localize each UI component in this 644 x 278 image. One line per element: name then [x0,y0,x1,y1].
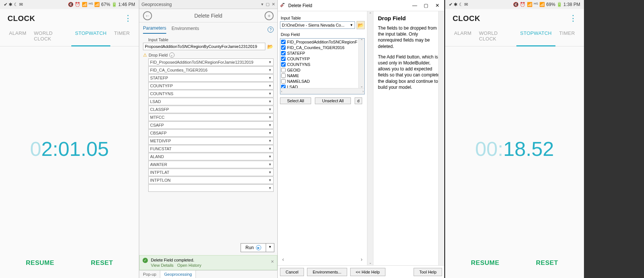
tab-world-clock[interactable]: WORLD CLOCK [475,26,516,46]
help-scrollbar[interactable] [438,11,444,265]
tab-stopwatch[interactable]: STOPWATCH [516,26,555,46]
add-field-button[interactable]: d [355,97,362,104]
tab-alarm[interactable]: ALARM [450,26,475,46]
drop-field-item[interactable]: INTPTLAT▼ [148,169,274,176]
page-nav: ‹ › [280,255,365,264]
field-checkbox-row[interactable]: NAME [281,73,364,78]
help-icon[interactable]: ? [268,27,274,33]
drop-field-item[interactable]: INTPTLON▼ [148,176,274,184]
more-options-icon[interactable]: ⋮ [124,17,131,20]
menu-dropdown-icon[interactable]: ▾ [261,2,263,7]
drop-field-item[interactable]: COUNTYNS▼ [148,90,274,97]
tool-hammer-icon [279,2,286,9]
field-checkbox[interactable] [281,85,286,88]
maximize-button[interactable]: ▢ [420,1,432,10]
tool-help-button[interactable]: Tool Help [414,268,442,276]
dialog-title: Delete Field [288,3,312,8]
field-checkbox[interactable] [281,62,286,67]
close-button[interactable]: ✕ [432,1,443,10]
cancel-button[interactable]: Cancel [280,268,304,276]
environments-button[interactable]: Environments... [307,268,347,276]
drop-field-item[interactable]: STATEFP▼ [148,74,274,82]
drop-field-list: FID_ProposedAdditionToSNCRegionForJamie1… [148,58,274,192]
reset-button[interactable]: RESET [91,259,113,267]
drop-field-label: Drop Field [149,53,168,57]
field-checkbox-row[interactable]: COUNTYFP [281,56,364,61]
bottom-tab-geoprocessing[interactable]: Geoprocessing [160,270,196,278]
drop-field-item[interactable]: CLASSFP▼ [148,106,274,113]
input-table-combo[interactable]: D:\OneDrive - Sierra Nevada Co... ▼ [280,21,355,29]
drop-field-item[interactable]: LSAD▼ [148,98,274,105]
drop-field-item[interactable]: MTFCC▼ [148,114,274,121]
tab-alarm[interactable]: ALARM [5,26,30,46]
close-status-icon[interactable]: × [271,259,274,265]
drop-field-item[interactable]: ALAND▼ [148,153,274,160]
open-history-link[interactable]: Open History [177,263,201,268]
panel-scrollbar[interactable]: ⌃⌄ [367,11,373,265]
field-checkbox-row[interactable]: FID_ProposedAdditionToSNCRegionF [281,39,364,45]
scrollbar-vertical[interactable]: ⌃⌄ [358,39,364,88]
run-button[interactable]: Run ▶ [241,243,266,252]
field-checkbox-row[interactable]: NAMELSAD [281,78,364,84]
field-checkbox-row[interactable]: COUNTYNS [281,61,364,67]
add-icon[interactable]: + [265,11,274,20]
resume-button[interactable]: RESUME [26,259,54,267]
arcgis-pro-pane: Geoprocessing ▾ ▢ ✕ ← Delete Field + Par… [139,0,278,278]
reset-button[interactable]: RESET [536,259,558,267]
minimize-button[interactable]: — [409,1,420,10]
close-pane-icon[interactable]: ✕ [272,2,275,7]
drop-field-item[interactable]: METDIVFP▼ [148,137,274,145]
resume-button[interactable]: RESUME [471,259,500,267]
tab-world-clock[interactable]: WORLD CLOCK [30,26,71,46]
run-dropdown[interactable]: ▼ [266,243,274,252]
clock-title: CLOCK [453,14,480,23]
tab-timer[interactable]: TIMER [555,26,579,46]
drop-field-item[interactable]: FID_CA_Counties_TIGER2016▼ [148,66,274,74]
tab-stopwatch[interactable]: STOPWATCH [71,26,110,46]
drop-field-checklist: FID_ProposedAdditionToSNCRegionFFID_CA_C… [280,38,365,94]
input-table-field[interactable] [143,43,265,50]
expand-icon[interactable]: ⌄ [169,52,175,58]
field-checkbox[interactable] [281,51,286,55]
field-checkbox[interactable] [281,68,286,72]
scrollbar-horizontal[interactable]: ‹› [280,88,364,94]
tab-parameters[interactable]: Parameters [143,25,166,34]
bottom-tab-popup[interactable]: Pop-up [139,271,160,278]
more-options-icon[interactable]: ⋮ [569,17,576,20]
field-checkbox[interactable] [281,73,286,78]
field-checkbox-row[interactable]: LSAD [281,84,364,88]
browse-button[interactable]: 📂 [357,21,365,29]
select-all-button[interactable]: Select All [280,97,311,104]
field-checkbox-row[interactable]: STATEFP [281,50,364,56]
view-details-link[interactable]: View Details [151,263,173,268]
unselect-all-button[interactable]: Unselect All [315,97,351,104]
drop-field-item[interactable]: FID_ProposedAdditionToSNCRegionForJamie1… [148,58,274,66]
drop-field-item[interactable]: ▼ [148,184,274,192]
field-checkbox[interactable] [281,57,286,61]
tool-toolbar: ← Delete Field + [139,9,277,22]
browse-folder-icon[interactable]: 📂 [267,43,274,49]
hide-help-button[interactable]: << Hide Help [350,268,385,276]
field-checkbox[interactable] [281,40,286,44]
field-checkbox[interactable] [281,79,286,84]
prev-page-icon[interactable]: ‹ [282,256,284,262]
drop-field-item[interactable]: AWATER▼ [148,161,274,168]
drop-field-item[interactable]: COUNTYFP▼ [148,82,274,90]
pane-window-icons: ▾ ▢ ✕ [261,2,275,7]
dialog-main: Input Table D:\OneDrive - Sierra Nevada … [278,11,444,265]
field-checkbox-row[interactable]: FID_CA_Counties_TIGER2016 [281,45,364,50]
field-checkbox-row[interactable]: GEOID [281,67,364,73]
drop-field-item[interactable]: FUNCSTAT▼ [148,145,274,152]
back-icon[interactable]: ← [143,11,152,20]
dialog-titlebar[interactable]: Delete Field — ▢ ✕ [278,0,444,11]
tab-environments[interactable]: Environments [172,26,199,33]
drop-field-item[interactable]: CSAFP▼ [148,121,274,129]
next-page-icon[interactable]: › [361,256,363,262]
status-icons-right: 🔇 ⏰ 📶 ᴴᴳ 📶 69% 🔋 1:38 PM [513,2,580,7]
field-checkbox-label: FID_CA_Counties_TIGER2016 [287,45,345,50]
drop-field-item[interactable]: CBSAFP▼ [148,129,274,137]
tab-timer[interactable]: TIMER [110,26,134,46]
field-checkbox[interactable] [281,45,286,50]
dock-icon[interactable]: ▢ [266,2,269,7]
dialog-footer: Cancel Environments... << Hide Help Tool… [278,265,444,278]
